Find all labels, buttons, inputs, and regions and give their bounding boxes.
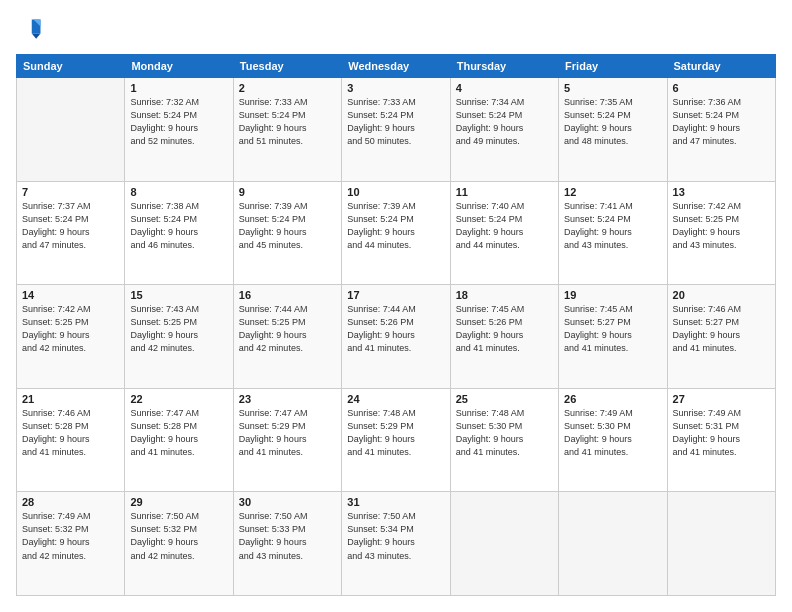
calendar-week-2: 14Sunrise: 7:42 AM Sunset: 5:25 PM Dayli…	[17, 285, 776, 389]
calendar-cell: 27Sunrise: 7:49 AM Sunset: 5:31 PM Dayli…	[667, 388, 775, 492]
calendar-cell: 3Sunrise: 7:33 AM Sunset: 5:24 PM Daylig…	[342, 78, 450, 182]
day-info: Sunrise: 7:50 AM Sunset: 5:34 PM Dayligh…	[347, 510, 444, 562]
calendar-week-1: 7Sunrise: 7:37 AM Sunset: 5:24 PM Daylig…	[17, 181, 776, 285]
day-number: 27	[673, 393, 770, 405]
day-info: Sunrise: 7:33 AM Sunset: 5:24 PM Dayligh…	[239, 96, 336, 148]
day-number: 11	[456, 186, 553, 198]
day-info: Sunrise: 7:38 AM Sunset: 5:24 PM Dayligh…	[130, 200, 227, 252]
day-number: 9	[239, 186, 336, 198]
day-number: 31	[347, 496, 444, 508]
day-info: Sunrise: 7:39 AM Sunset: 5:24 PM Dayligh…	[347, 200, 444, 252]
calendar-cell: 30Sunrise: 7:50 AM Sunset: 5:33 PM Dayli…	[233, 492, 341, 596]
calendar-cell	[450, 492, 558, 596]
day-info: Sunrise: 7:35 AM Sunset: 5:24 PM Dayligh…	[564, 96, 661, 148]
calendar-cell: 4Sunrise: 7:34 AM Sunset: 5:24 PM Daylig…	[450, 78, 558, 182]
day-number: 22	[130, 393, 227, 405]
day-number: 7	[22, 186, 119, 198]
day-number: 21	[22, 393, 119, 405]
calendar-cell: 26Sunrise: 7:49 AM Sunset: 5:30 PM Dayli…	[559, 388, 667, 492]
calendar-cell: 18Sunrise: 7:45 AM Sunset: 5:26 PM Dayli…	[450, 285, 558, 389]
calendar-header-monday: Monday	[125, 55, 233, 78]
day-info: Sunrise: 7:33 AM Sunset: 5:24 PM Dayligh…	[347, 96, 444, 148]
day-info: Sunrise: 7:37 AM Sunset: 5:24 PM Dayligh…	[22, 200, 119, 252]
calendar-cell: 5Sunrise: 7:35 AM Sunset: 5:24 PM Daylig…	[559, 78, 667, 182]
day-number: 14	[22, 289, 119, 301]
calendar-cell: 12Sunrise: 7:41 AM Sunset: 5:24 PM Dayli…	[559, 181, 667, 285]
calendar-cell: 7Sunrise: 7:37 AM Sunset: 5:24 PM Daylig…	[17, 181, 125, 285]
day-info: Sunrise: 7:50 AM Sunset: 5:32 PM Dayligh…	[130, 510, 227, 562]
calendar-cell: 21Sunrise: 7:46 AM Sunset: 5:28 PM Dayli…	[17, 388, 125, 492]
day-number: 17	[347, 289, 444, 301]
day-info: Sunrise: 7:40 AM Sunset: 5:24 PM Dayligh…	[456, 200, 553, 252]
day-info: Sunrise: 7:50 AM Sunset: 5:33 PM Dayligh…	[239, 510, 336, 562]
header	[16, 16, 776, 44]
calendar-cell: 19Sunrise: 7:45 AM Sunset: 5:27 PM Dayli…	[559, 285, 667, 389]
day-number: 10	[347, 186, 444, 198]
calendar-cell: 8Sunrise: 7:38 AM Sunset: 5:24 PM Daylig…	[125, 181, 233, 285]
day-number: 28	[22, 496, 119, 508]
calendar-cell: 22Sunrise: 7:47 AM Sunset: 5:28 PM Dayli…	[125, 388, 233, 492]
day-number: 29	[130, 496, 227, 508]
calendar-cell	[559, 492, 667, 596]
day-info: Sunrise: 7:49 AM Sunset: 5:30 PM Dayligh…	[564, 407, 661, 459]
svg-marker-2	[32, 34, 41, 39]
day-info: Sunrise: 7:44 AM Sunset: 5:25 PM Dayligh…	[239, 303, 336, 355]
calendar-cell: 6Sunrise: 7:36 AM Sunset: 5:24 PM Daylig…	[667, 78, 775, 182]
calendar-cell: 20Sunrise: 7:46 AM Sunset: 5:27 PM Dayli…	[667, 285, 775, 389]
day-number: 15	[130, 289, 227, 301]
day-number: 26	[564, 393, 661, 405]
calendar-header-sunday: Sunday	[17, 55, 125, 78]
day-number: 8	[130, 186, 227, 198]
day-info: Sunrise: 7:32 AM Sunset: 5:24 PM Dayligh…	[130, 96, 227, 148]
calendar-cell: 15Sunrise: 7:43 AM Sunset: 5:25 PM Dayli…	[125, 285, 233, 389]
calendar-cell: 29Sunrise: 7:50 AM Sunset: 5:32 PM Dayli…	[125, 492, 233, 596]
logo-icon	[16, 16, 44, 44]
day-info: Sunrise: 7:41 AM Sunset: 5:24 PM Dayligh…	[564, 200, 661, 252]
day-info: Sunrise: 7:45 AM Sunset: 5:27 PM Dayligh…	[564, 303, 661, 355]
calendar-cell: 25Sunrise: 7:48 AM Sunset: 5:30 PM Dayli…	[450, 388, 558, 492]
calendar-week-0: 1Sunrise: 7:32 AM Sunset: 5:24 PM Daylig…	[17, 78, 776, 182]
day-number: 19	[564, 289, 661, 301]
calendar-table: SundayMondayTuesdayWednesdayThursdayFrid…	[16, 54, 776, 596]
calendar-cell: 1Sunrise: 7:32 AM Sunset: 5:24 PM Daylig…	[125, 78, 233, 182]
day-number: 2	[239, 82, 336, 94]
day-info: Sunrise: 7:34 AM Sunset: 5:24 PM Dayligh…	[456, 96, 553, 148]
calendar-cell: 23Sunrise: 7:47 AM Sunset: 5:29 PM Dayli…	[233, 388, 341, 492]
day-info: Sunrise: 7:49 AM Sunset: 5:32 PM Dayligh…	[22, 510, 119, 562]
calendar-cell: 28Sunrise: 7:49 AM Sunset: 5:32 PM Dayli…	[17, 492, 125, 596]
day-info: Sunrise: 7:46 AM Sunset: 5:27 PM Dayligh…	[673, 303, 770, 355]
day-info: Sunrise: 7:39 AM Sunset: 5:24 PM Dayligh…	[239, 200, 336, 252]
day-number: 3	[347, 82, 444, 94]
day-number: 18	[456, 289, 553, 301]
day-info: Sunrise: 7:48 AM Sunset: 5:29 PM Dayligh…	[347, 407, 444, 459]
day-number: 24	[347, 393, 444, 405]
calendar-cell: 17Sunrise: 7:44 AM Sunset: 5:26 PM Dayli…	[342, 285, 450, 389]
day-number: 25	[456, 393, 553, 405]
day-number: 23	[239, 393, 336, 405]
logo	[16, 16, 48, 44]
calendar-cell: 16Sunrise: 7:44 AM Sunset: 5:25 PM Dayli…	[233, 285, 341, 389]
day-info: Sunrise: 7:42 AM Sunset: 5:25 PM Dayligh…	[673, 200, 770, 252]
calendar-cell: 9Sunrise: 7:39 AM Sunset: 5:24 PM Daylig…	[233, 181, 341, 285]
day-info: Sunrise: 7:48 AM Sunset: 5:30 PM Dayligh…	[456, 407, 553, 459]
calendar-header-saturday: Saturday	[667, 55, 775, 78]
day-info: Sunrise: 7:49 AM Sunset: 5:31 PM Dayligh…	[673, 407, 770, 459]
calendar-cell	[667, 492, 775, 596]
calendar-cell: 13Sunrise: 7:42 AM Sunset: 5:25 PM Dayli…	[667, 181, 775, 285]
page: SundayMondayTuesdayWednesdayThursdayFrid…	[0, 0, 792, 612]
day-info: Sunrise: 7:45 AM Sunset: 5:26 PM Dayligh…	[456, 303, 553, 355]
day-info: Sunrise: 7:44 AM Sunset: 5:26 PM Dayligh…	[347, 303, 444, 355]
calendar-cell: 11Sunrise: 7:40 AM Sunset: 5:24 PM Dayli…	[450, 181, 558, 285]
day-number: 16	[239, 289, 336, 301]
day-number: 12	[564, 186, 661, 198]
calendar-header-thursday: Thursday	[450, 55, 558, 78]
day-number: 20	[673, 289, 770, 301]
calendar-cell: 10Sunrise: 7:39 AM Sunset: 5:24 PM Dayli…	[342, 181, 450, 285]
day-info: Sunrise: 7:43 AM Sunset: 5:25 PM Dayligh…	[130, 303, 227, 355]
calendar-cell: 24Sunrise: 7:48 AM Sunset: 5:29 PM Dayli…	[342, 388, 450, 492]
day-number: 6	[673, 82, 770, 94]
day-number: 30	[239, 496, 336, 508]
calendar-week-4: 28Sunrise: 7:49 AM Sunset: 5:32 PM Dayli…	[17, 492, 776, 596]
day-info: Sunrise: 7:46 AM Sunset: 5:28 PM Dayligh…	[22, 407, 119, 459]
day-number: 13	[673, 186, 770, 198]
